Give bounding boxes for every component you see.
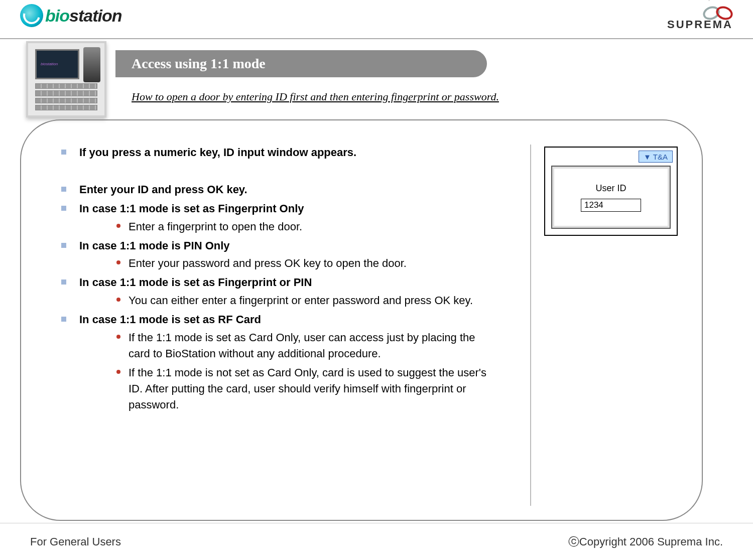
dot-bullet-icon: [116, 260, 120, 264]
section-title: Access using 1:1 mode: [115, 50, 487, 77]
ta-dropdown[interactable]: ▼ T&A: [639, 151, 673, 163]
bullet-heading: If you press a numeric key, ID input win…: [79, 145, 356, 161]
square-bullet-icon: [61, 279, 66, 285]
square-bullet-icon: [61, 317, 66, 322]
bullet-heading: In case 1:1 mode is set as Fingerprint o…: [79, 274, 312, 291]
bullet-heading: Enter your ID and press OK key.: [79, 182, 247, 198]
content-area: biostation Access using 1:1 mode How to …: [0, 39, 753, 51]
bullet-heading: In case 1:1 mode is PIN Only: [79, 238, 230, 254]
suprema-logo-text: SUPREMA: [667, 18, 733, 31]
dot-bullet-icon: [116, 298, 120, 302]
section-subtitle: How to open a door by entering ID first …: [132, 90, 499, 103]
footer-left: For General Users: [30, 535, 121, 548]
dot-bullet-icon: [116, 224, 120, 228]
device-thumbnail: biostation: [26, 41, 106, 117]
bullet-heading: In case 1:1 mode is set as Fingerprint O…: [79, 201, 304, 217]
thumb-keypad: [35, 83, 97, 110]
user-id-panel: User ID 1234: [551, 166, 671, 229]
thumb-screen: biostation: [35, 49, 79, 79]
bullet-sub: You can either enter a fingerprint or en…: [129, 293, 473, 309]
footer-right: ⓒCopyright 2006 Suprema Inc.: [568, 534, 723, 549]
square-bullet-icon: [61, 243, 66, 248]
biostation-swirl-icon: [20, 4, 43, 27]
square-bullet-icon: [61, 187, 66, 192]
bullet-heading: In case 1:1 mode is set as RF Card: [79, 312, 261, 328]
biostation-logo-text: biostation: [45, 6, 121, 26]
square-bullet-icon: [61, 206, 66, 211]
suprema-logo: SUPREMA: [667, 4, 733, 31]
bullet-list: If you press a numeric key, ID input win…: [61, 145, 548, 412]
dot-bullet-icon: [116, 370, 120, 374]
content-panel: If you press a numeric key, ID input win…: [20, 119, 703, 521]
bullet-sub: If the 1:1 mode is set as Card Only, use…: [129, 330, 490, 362]
biostation-logo: biostation: [20, 4, 121, 27]
user-id-input[interactable]: 1234: [581, 199, 641, 212]
vertical-divider: [530, 145, 531, 506]
page-number: 62: [709, 0, 733, 1]
dot-bullet-icon: [116, 335, 120, 339]
bullet-sub: If the 1:1 mode is not set as Card Only,…: [129, 365, 490, 413]
suprema-infinity-icon: [703, 4, 733, 18]
bullet-sub: Enter your password and press OK key to …: [129, 255, 407, 271]
user-id-label: User ID: [595, 183, 626, 194]
page-header: biostation SUPREMA: [0, 0, 753, 39]
device-screen-mock: ▼ T&A User ID 1234: [544, 147, 678, 236]
page-footer: For General Users ⓒCopyright 2006 Suprem…: [0, 523, 753, 560]
square-bullet-icon: [61, 150, 66, 155]
thumb-scanner: [83, 47, 100, 82]
bullet-sub: Enter a fingerprint to open the door.: [129, 219, 302, 235]
